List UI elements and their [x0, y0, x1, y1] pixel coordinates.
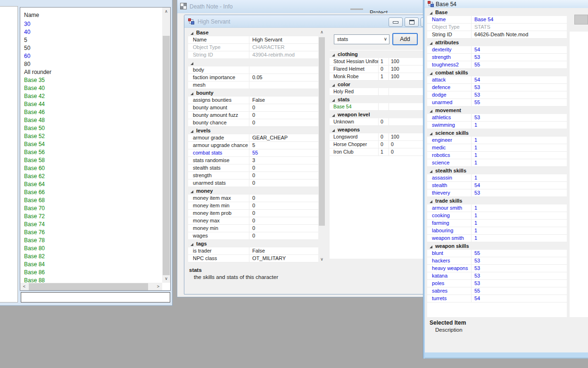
- list-item[interactable]: Base 86: [20, 269, 170, 277]
- item-value-1[interactable]: [379, 88, 389, 95]
- property-row[interactable]: unarmed55: [427, 99, 567, 106]
- property-row[interactable]: armour upgrade chance5: [188, 142, 318, 149]
- property-value[interactable]: 1: [472, 204, 567, 212]
- property-row[interactable]: Object TypeCHARACTER: [188, 44, 318, 51]
- scroll-up-icon[interactable]: ∧: [318, 29, 325, 35]
- cut-off-button[interactable]: [574, 15, 588, 25]
- property-value[interactable]: 55: [472, 287, 567, 294]
- category-header[interactable]: clothing: [330, 50, 424, 58]
- property-value[interactable]: 0: [249, 112, 318, 119]
- item-value-1[interactable]: 1: [379, 58, 389, 65]
- list-item[interactable]: Base 68: [20, 196, 170, 204]
- category-header[interactable]: stats: [330, 96, 424, 103]
- category-header[interactable]: color: [330, 81, 424, 88]
- property-value[interactable]: 0: [249, 210, 318, 217]
- property-row[interactable]: money item max0: [188, 195, 318, 202]
- property-value[interactable]: 0: [249, 180, 318, 187]
- item-value-2[interactable]: [389, 88, 424, 95]
- list-item[interactable]: Base 64: [20, 180, 170, 188]
- list-item[interactable]: Base 70: [20, 204, 170, 213]
- list-item[interactable]: Base 80: [20, 245, 170, 253]
- property-value[interactable]: 0: [249, 172, 318, 179]
- list-item[interactable]: Base 58: [20, 156, 170, 164]
- category-header[interactable]: [188, 59, 318, 66]
- minimize-button[interactable]: [389, 17, 403, 27]
- chevron-down-icon[interactable]: ∨: [384, 36, 387, 41]
- property-row[interactable]: thievery53: [427, 189, 567, 197]
- items-listbox[interactable]: Name 30405506080All rounderBase 35Base 4…: [20, 7, 171, 291]
- property-value[interactable]: 53: [472, 91, 567, 98]
- property-value[interactable]: 1: [472, 212, 567, 219]
- list-item[interactable]: Base 84: [20, 261, 170, 269]
- list-item[interactable]: 5: [20, 36, 170, 44]
- property-value[interactable]: 53: [472, 114, 567, 121]
- property-row[interactable]: medic1: [427, 144, 567, 152]
- category-header[interactable]: Base: [188, 29, 318, 36]
- category-header[interactable]: money: [188, 187, 318, 195]
- list-item[interactable]: Base 35: [20, 76, 170, 84]
- linked-item-row[interactable]: Base 54: [330, 103, 424, 111]
- property-row[interactable]: toughness255: [427, 61, 567, 69]
- scroll-down-icon[interactable]: ∨: [318, 256, 325, 262]
- property-row[interactable]: swimming1: [427, 122, 567, 129]
- item-value-2[interactable]: 100: [389, 73, 424, 80]
- property-value[interactable]: [249, 66, 318, 74]
- linked-item-row[interactable]: Holy Red: [330, 88, 424, 96]
- property-value[interactable]: 54: [472, 182, 567, 189]
- property-row[interactable]: mesh: [188, 82, 318, 89]
- linked-item-row[interactable]: Flared Helmet0100: [330, 65, 424, 73]
- property-value[interactable]: 1: [472, 137, 567, 144]
- property-row[interactable]: labouring1: [427, 227, 567, 235]
- list-item[interactable]: 30: [20, 20, 170, 28]
- list-column-header-name[interactable]: Name: [20, 8, 170, 20]
- property-value[interactable]: 0: [249, 217, 318, 224]
- linked-item-row[interactable]: Longsword0100: [330, 133, 424, 141]
- property-row[interactable]: is traderFalse: [188, 247, 318, 255]
- filter-input[interactable]: [21, 292, 170, 303]
- property-value[interactable]: 0: [249, 195, 318, 202]
- property-row[interactable]: strength53: [427, 54, 567, 61]
- list-item[interactable]: Base 48: [20, 116, 170, 124]
- list-item[interactable]: Base 40: [20, 84, 170, 92]
- add-button[interactable]: Add: [392, 33, 418, 45]
- property-value[interactable]: [249, 82, 318, 89]
- vertical-scrollbar[interactable]: ∧ ∨: [162, 8, 170, 283]
- scroll-right-icon[interactable]: >: [154, 283, 162, 291]
- list-item[interactable]: Base 78: [20, 237, 170, 245]
- list-item[interactable]: Base 72: [20, 213, 170, 221]
- property-row[interactable]: stealth54: [427, 182, 567, 189]
- property-row[interactable]: combat stats55: [188, 149, 318, 157]
- property-value[interactable]: High Servant: [249, 36, 318, 43]
- property-row[interactable]: money min0: [188, 225, 318, 232]
- property-row[interactable]: dexterity54: [427, 46, 567, 54]
- item-value-1[interactable]: 0: [379, 133, 389, 140]
- list-item[interactable]: Base 44: [20, 100, 170, 108]
- list-item[interactable]: Base 46: [20, 108, 170, 116]
- scroll-down-icon[interactable]: ∨: [162, 275, 170, 283]
- list-item[interactable]: Base 76: [20, 229, 170, 237]
- property-value[interactable]: 0: [249, 202, 318, 209]
- scroll-up-icon[interactable]: ∧: [162, 8, 170, 16]
- vertical-scrollbar[interactable]: ∧ ∨: [318, 29, 325, 262]
- linked-item-row[interactable]: Monk Robe1100: [330, 73, 424, 81]
- property-value[interactable]: 53: [472, 257, 567, 264]
- property-row[interactable]: bounty amount fuzz0: [188, 112, 318, 119]
- property-row[interactable]: robotics1: [427, 152, 567, 159]
- property-row[interactable]: stealth stats0: [188, 164, 318, 172]
- property-row[interactable]: cooking1: [427, 212, 567, 220]
- property-value[interactable]: GEAR_CHEAP: [249, 134, 318, 141]
- linked-item-row[interactable]: Horse Chopper00: [330, 141, 424, 148]
- property-value[interactable]: 1: [472, 220, 567, 227]
- property-row[interactable]: bounty chance0: [188, 119, 318, 127]
- property-value[interactable]: 54: [472, 295, 567, 302]
- property-row[interactable]: sabres55: [427, 287, 567, 295]
- property-row[interactable]: NPC classOT_MILITARY: [188, 255, 318, 262]
- property-value[interactable]: 53: [472, 280, 567, 287]
- scrollbar-thumb[interactable]: [319, 37, 325, 226]
- list-item[interactable]: 80: [20, 60, 170, 68]
- property-row[interactable]: assassin1: [427, 174, 567, 182]
- property-row[interactable]: unarmed stats0: [188, 180, 318, 187]
- list-item[interactable]: Base 82: [20, 253, 170, 261]
- property-row[interactable]: NameHigh Servant: [188, 36, 318, 44]
- property-value[interactable]: 53: [472, 54, 567, 61]
